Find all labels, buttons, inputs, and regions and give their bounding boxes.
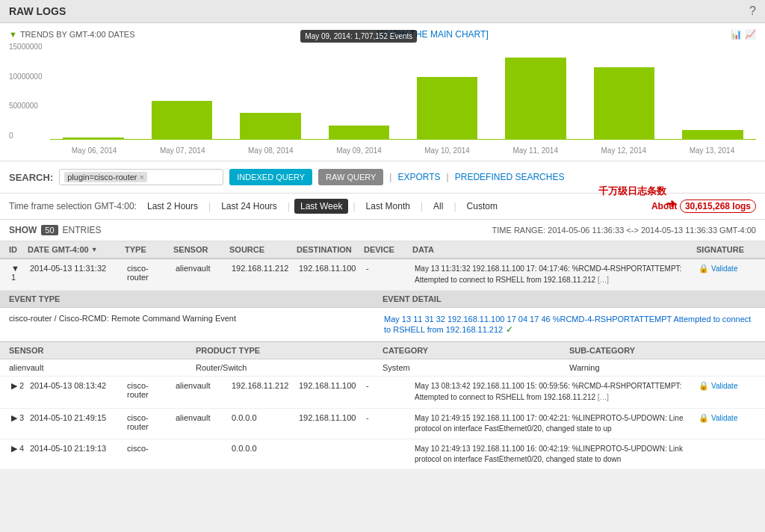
show-label: SHOW (9, 225, 37, 235)
event-type-detail-header: EVENT TYPE EVENT DETAIL (0, 291, 765, 308)
tf-all[interactable]: All (427, 199, 449, 214)
bar-0[interactable] (50, 43, 137, 140)
sensor-val-subcategory: Warning (569, 363, 756, 372)
cell-source-4: 0.0.0.0 (229, 442, 297, 454)
validate-link-3[interactable]: Validate (711, 414, 737, 422)
cell-id-3: ▶ 3 (9, 412, 28, 424)
table-row-3[interactable]: ▶ 3 2014-05-10 21:49:15 cisco-router ali… (0, 409, 765, 439)
cell-type-2: cisco-router (125, 380, 173, 400)
cell-dest-1: 192.168.11.100 (297, 262, 364, 274)
tf-last2hours[interactable]: Last 2 Hours (141, 199, 204, 214)
exports-link[interactable]: EXPORTS (397, 172, 440, 182)
entries-label: ENTRIES (63, 225, 102, 235)
line-chart-icon[interactable]: 📈 (745, 29, 756, 40)
indexed-query-button[interactable]: INDEXED QUERY (229, 169, 312, 185)
bar-4[interactable] (404, 43, 491, 140)
table-row-1[interactable]: ▼ 1 2014-05-13 11:31:32 cisco-router ali… (0, 259, 765, 291)
expand-icon-3[interactable]: ▶ (11, 413, 17, 422)
cell-date-3: 2014-05-10 21:49:15 (28, 412, 125, 424)
table-header: ID DATE GMT-4:00 ▼ TYPE SENSOR SOURCE DE… (0, 241, 765, 259)
y-label-10m: 10000000 (9, 72, 43, 81)
cell-device-4 (364, 442, 412, 445)
y-label-15m: 15000000 (9, 43, 43, 51)
bar-1[interactable] (138, 43, 225, 140)
search-tag-text: plugin=cisco-router (67, 173, 137, 182)
event-type-col-header: EVENT TYPE (9, 294, 382, 303)
cell-device-1: - (364, 262, 412, 274)
x-label-6: May 12, 2014 (580, 146, 668, 155)
log-count: 千万级日志条数 ➜ About 30,615,268 logs (651, 201, 756, 211)
expand-icon-4[interactable]: ▶ (11, 444, 17, 453)
col-type: TYPE (125, 245, 173, 254)
cell-device-2: - (364, 380, 412, 392)
page-title: RAW LOGS (9, 5, 66, 17)
table-row-4[interactable]: ▶ 4 2014-05-10 21:19:13 cisco- 0.0.0.0 M… (0, 439, 765, 470)
cell-type-3: cisco-router (125, 412, 173, 433)
col-sensor: SENSOR (173, 245, 229, 254)
chart-section: ▼ TRENDS BY GMT-4:00 DATES [SHOW THE MAI… (0, 23, 765, 161)
event-detail-content: cisco-router / Cisco-RCMD: Remote Comman… (0, 308, 765, 341)
lock-icon-2: 🔒 (699, 381, 709, 390)
bar-chart-icon[interactable]: 📊 (731, 29, 742, 40)
bar-6[interactable] (580, 43, 667, 140)
divider-1: | (389, 172, 391, 182)
cell-id-4: ▶ 4 (9, 442, 28, 455)
col-date[interactable]: DATE GMT-4:00 ▼ (28, 245, 125, 254)
help-icon[interactable]: ? (749, 4, 756, 18)
col-signature: SIGNATURE (696, 245, 756, 254)
trends-label: ▼ TRENDS BY GMT-4:00 DATES (9, 30, 135, 39)
bar-fill-4 (417, 77, 477, 140)
validate-link-2[interactable]: Validate (711, 382, 737, 390)
cell-sig-2: 🔒 Validate (696, 380, 756, 392)
predefined-searches-link[interactable]: PREDEFINED SEARCHES (455, 172, 565, 182)
lock-icon-1: 🔒 (699, 264, 709, 273)
cell-id-1: ▼ 1 (9, 262, 28, 283)
cell-data-1: May 13 11:31:32 192.168.11.100 17: 04:17… (412, 262, 696, 287)
tf-custom[interactable]: Custom (461, 199, 504, 214)
sensor-col-product: PRODUCT TYPE (196, 346, 382, 355)
x-label-2: May 08, 2014 (226, 146, 315, 155)
tf-lastmonth[interactable]: Last Month (360, 199, 416, 214)
bar-3[interactable]: May 09, 2014: 1,707,152 Events (315, 43, 402, 140)
bar-fill-2 (240, 113, 300, 140)
tf-sep-2: | (288, 201, 290, 211)
col-id: ID (9, 245, 28, 254)
cell-data-2: May 13 08:13:42 192.168.11.100 15: 00:59… (412, 380, 696, 404)
sensor-table-header: SENSOR PRODUCT TYPE CATEGORY SUB-CATEGOR… (0, 341, 765, 359)
x-label-3: May 09, 2014 (315, 146, 403, 155)
bar-fill-6 (594, 67, 654, 140)
raw-query-button[interactable]: RAW QUERY (318, 169, 383, 185)
cell-sensor-2: alienvault (173, 380, 229, 392)
cell-sig-4 (696, 442, 756, 445)
search-label: SEARCH: (9, 172, 53, 183)
sort-date-icon: ▼ (91, 246, 98, 253)
x-label-4: May 10, 2014 (403, 146, 492, 155)
expand-icon-2[interactable]: ▶ (11, 381, 17, 390)
col-device: DEVICE (364, 245, 412, 254)
x-label-0: May 06, 2014 (50, 146, 138, 155)
search-input-wrap[interactable]: plugin=cisco-router × (59, 169, 223, 185)
bar-7[interactable] (669, 43, 756, 140)
tf-last24hours[interactable]: Last 24 Hours (215, 199, 283, 214)
tf-lastweek[interactable]: Last Week (294, 199, 348, 214)
cell-dest-3: 192.168.11.100 (297, 412, 364, 424)
validate-link-1[interactable]: Validate (711, 265, 737, 273)
cell-type-4: cisco- (125, 442, 173, 454)
sensor-val-product: Router/Switch (196, 363, 382, 372)
bar-5[interactable] (492, 43, 579, 140)
cell-dest-2: 192.168.11.100 (297, 380, 364, 392)
expand-icon-1[interactable]: ▼ (11, 264, 19, 273)
search-tag-remove[interactable]: × (139, 173, 143, 182)
y-label-0: 0 (9, 132, 43, 140)
y-axis-labels: 15000000 10000000 5000000 0 (9, 43, 43, 155)
sensor-col-sensor: SENSOR (9, 346, 196, 355)
cell-date-2: 2014-05-13 08:13:42 (28, 380, 125, 392)
cell-date-1: 2014-05-13 11:31:32 (28, 262, 125, 274)
annotation-chinese: 千万级日志条数 (598, 185, 666, 198)
col-source: SOURCE (229, 245, 297, 254)
bar-2[interactable] (227, 43, 314, 140)
checkmark-icon: ✓ (506, 324, 513, 335)
bar-tooltip-3: May 09, 2014: 1,707,152 Events (300, 30, 417, 43)
x-axis-labels: May 06, 2014May 07, 2014May 08, 2014May … (50, 146, 756, 155)
table-row-2[interactable]: ▶ 2 2014-05-13 08:13:42 cisco-router ali… (0, 377, 765, 408)
